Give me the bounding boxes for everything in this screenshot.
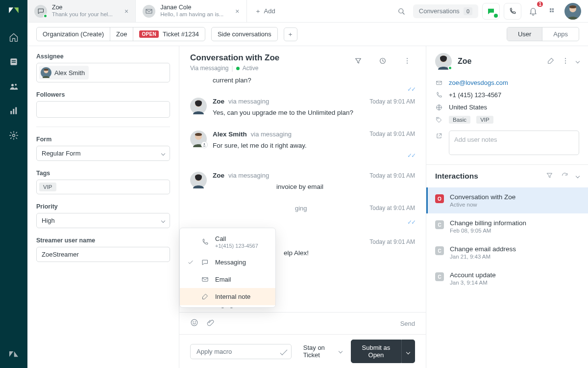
- customer-location: United States: [449, 104, 487, 111]
- message-time: Today at 9:01 AM: [369, 131, 415, 137]
- filter-icon[interactable]: [350, 53, 366, 69]
- filter-icon[interactable]: [546, 172, 553, 181]
- customer-tag[interactable]: Basic: [449, 116, 470, 124]
- add-side-conversation-button[interactable]: ＋: [284, 27, 297, 41]
- assignee-name: Alex Smith: [54, 69, 85, 77]
- nav-reporting-icon[interactable]: [8, 105, 20, 117]
- priority-select[interactable]: High: [36, 213, 170, 228]
- status-indicator: [236, 67, 240, 70]
- apply-macro-select[interactable]: Apply macro: [190, 344, 292, 359]
- user-notes-input[interactable]: Add user notes: [449, 131, 579, 155]
- email-icon: [200, 276, 209, 283]
- chat-status-button[interactable]: [482, 3, 500, 20]
- message-via: via messaging: [228, 98, 269, 105]
- message-body: Yes, can you upgrade me to the Unlimited…: [213, 108, 415, 118]
- channel-option-internal-note[interactable]: Internal note: [180, 288, 275, 305]
- more-icon[interactable]: [399, 53, 415, 69]
- avatar: [190, 172, 207, 188]
- interaction-item[interactable]: O Conversation with ZoeActive now: [426, 187, 588, 213]
- workspace-tab-janae[interactable]: Janae Cole Hello, I am having an is... ×: [136, 0, 246, 22]
- interaction-status-badge: O: [435, 194, 444, 203]
- chevron-down-icon: [339, 349, 343, 353]
- channel-option-messaging[interactable]: Messaging: [180, 254, 275, 271]
- message-sender: Zoe: [213, 172, 224, 179]
- tags-field[interactable]: VIP: [36, 180, 170, 194]
- toggle-apps[interactable]: Apps: [542, 27, 579, 41]
- notifications-button[interactable]: 1: [525, 3, 541, 19]
- send-button[interactable]: Send: [400, 320, 415, 327]
- channel-option-call[interactable]: Call+1(415) 123-4567: [180, 230, 275, 254]
- nav-home-icon[interactable]: [8, 31, 20, 43]
- side-conversations-button[interactable]: Side conversations: [211, 27, 278, 41]
- external-link-icon: [435, 132, 443, 139]
- svg-rect-16: [550, 10, 551, 12]
- messaging-icon: [34, 5, 47, 18]
- edit-icon[interactable]: [547, 57, 555, 66]
- emoji-icon[interactable]: [190, 318, 198, 328]
- nav-admin-icon[interactable]: [8, 130, 20, 141]
- interaction-item[interactable]: C Change billing informationFeb 08, 9:05…: [426, 213, 588, 239]
- talk-status-button[interactable]: [504, 3, 521, 20]
- messaging-icon: [200, 259, 209, 266]
- form-select[interactable]: Regular Form: [36, 146, 170, 161]
- context-tab-user[interactable]: Zoe: [110, 27, 133, 41]
- svg-rect-23: [202, 278, 207, 282]
- tag-chip[interactable]: VIP: [39, 183, 56, 191]
- submit-button[interactable]: Submit as Open: [351, 340, 401, 363]
- nav-views-icon[interactable]: [8, 56, 20, 68]
- events-icon[interactable]: [375, 53, 391, 69]
- refresh-icon[interactable]: [561, 172, 568, 181]
- conversations-count: 0: [464, 7, 472, 15]
- email-icon: [143, 5, 155, 18]
- customer-email[interactable]: zoe@lovesdogs.com: [449, 79, 508, 86]
- context-tab-ticket[interactable]: OPEN Ticket #1234: [133, 27, 205, 41]
- assignee-field[interactable]: Alex Smith: [36, 63, 170, 82]
- more-icon[interactable]: [562, 57, 569, 66]
- streamer-label: Streamer user name: [36, 237, 170, 244]
- channel-switcher-menu: Call+1(415) 123-4567 Messaging Email: [179, 228, 276, 308]
- svg-point-24: [191, 319, 197, 326]
- collapse-icon[interactable]: [576, 172, 579, 181]
- conversation-title: Conversation with Zoe: [190, 53, 279, 63]
- close-icon[interactable]: ×: [124, 7, 128, 15]
- svg-point-19: [407, 58, 408, 59]
- svg-point-26: [195, 322, 196, 322]
- tab-subtitle: Thank you for your hel...: [52, 11, 113, 18]
- read-receipt-icon: ✓✓: [213, 219, 415, 226]
- zendesk-logo-icon[interactable]: [8, 348, 20, 360]
- phone-icon: [435, 92, 443, 99]
- toggle-user[interactable]: User: [507, 27, 542, 41]
- interaction-status-badge: C: [435, 220, 444, 229]
- submit-dropdown-button[interactable]: [401, 340, 415, 363]
- streamer-input[interactable]: [36, 247, 170, 262]
- search-icon[interactable]: [393, 3, 409, 19]
- product-logo[interactable]: [7, 6, 20, 19]
- svg-rect-13: [550, 8, 551, 10]
- attachment-icon[interactable]: [206, 319, 214, 328]
- tab-title: Zoe: [52, 4, 113, 11]
- priority-label: Priority: [36, 203, 170, 210]
- profile-avatar[interactable]: [564, 3, 581, 20]
- stay-on-ticket-button[interactable]: Stay on Ticket: [303, 344, 342, 359]
- workspace-tab-zoe[interactable]: Zoe Thank you for your hel... ×: [27, 0, 136, 22]
- add-tab-button[interactable]: ＋ Add: [247, 0, 283, 22]
- composer[interactable]: Send: [179, 312, 426, 334]
- interaction-status-badge: C: [435, 246, 444, 255]
- customer-tag[interactable]: VIP: [476, 116, 493, 124]
- collapse-icon[interactable]: [576, 57, 579, 66]
- conversations-button[interactable]: Conversations 0: [413, 4, 478, 18]
- svg-point-32: [438, 118, 439, 119]
- message-via: ging: [213, 205, 307, 212]
- close-icon[interactable]: ×: [235, 7, 239, 15]
- apps-grid-icon[interactable]: [545, 3, 561, 19]
- followers-field[interactable]: [36, 101, 170, 118]
- interaction-item[interactable]: C Change email addressJan 21, 9:43 AM: [426, 239, 588, 265]
- svg-rect-3: [12, 60, 16, 61]
- context-tab-organization[interactable]: Organization (Create): [37, 27, 110, 41]
- interaction-subtitle: Jan 3, 9:14 AM: [450, 280, 496, 286]
- channel-option-email[interactable]: Email: [180, 271, 275, 288]
- nav-customers-icon[interactable]: [8, 80, 20, 92]
- status-label: Active: [243, 65, 259, 72]
- interaction-item[interactable]: C Account updateJan 3, 9:14 AM: [426, 265, 588, 291]
- svg-rect-11: [146, 9, 152, 13]
